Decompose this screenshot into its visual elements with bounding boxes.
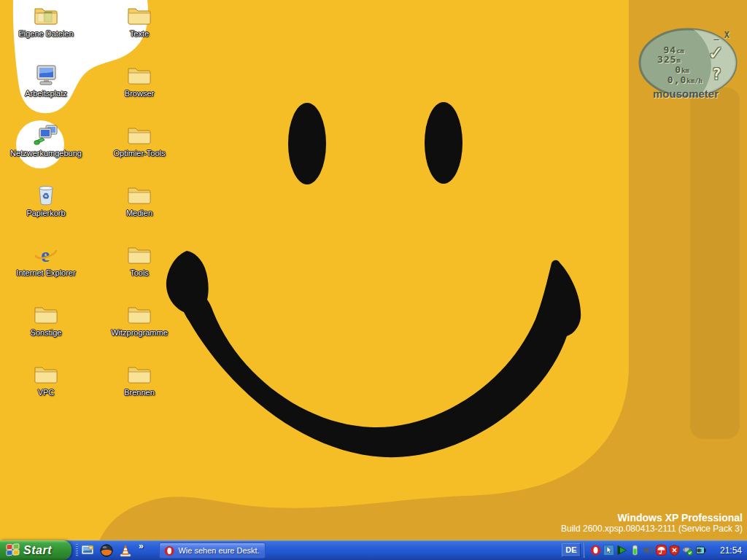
desktop-icon-label: Eigene Dateien xyxy=(5,29,87,38)
mousometer-window-controls: _ X xyxy=(714,31,729,39)
smiley-left-eye xyxy=(288,103,326,184)
svg-text:e: e xyxy=(41,244,50,265)
desktop-icon-label: Texte xyxy=(98,29,180,38)
show-desktop-icon[interactable] xyxy=(80,542,96,559)
desktop-icon-label: Arbeitsplatz xyxy=(5,89,87,98)
folder-icon xyxy=(34,363,58,386)
smiley-right-eye xyxy=(425,102,462,184)
windows-edition: Windows XP Professional xyxy=(561,512,743,524)
round-browser-ball-icon[interactable] xyxy=(98,542,115,559)
my-documents-icon xyxy=(34,4,58,28)
windows-build: Build 2600.xpsp.080413-2111 (Service Pac… xyxy=(561,524,743,534)
vlc-icon[interactable] xyxy=(117,542,133,559)
wallpaper-sheet xyxy=(0,0,629,560)
opera-icon xyxy=(164,545,174,556)
green-level-meter-icon[interactable] xyxy=(629,544,641,556)
start-button-label: Start xyxy=(23,544,52,557)
desktop-icon-sonstige[interactable]: Sonstige xyxy=(5,303,87,356)
recycle-bin-icon: ♻ xyxy=(34,184,58,207)
desktop-icon-eigene-dateien[interactable]: Eigene Dateien xyxy=(5,4,87,57)
folder-icon xyxy=(34,303,58,327)
volume-icon[interactable] xyxy=(642,544,654,556)
desktop-icon-medien[interactable]: Medien xyxy=(98,184,180,236)
desktop-icon-internet-explorer[interactable]: e Internet Explorer xyxy=(5,244,87,296)
mousometer-widget: _ X 94cm 325m 0km 0,0km/h ✓ ? mousometer xyxy=(636,26,740,101)
desktop-icon-optimier-tools[interactable]: Optimier-Tools xyxy=(98,124,180,176)
quick-launch-bar xyxy=(80,540,136,560)
my-computer-icon xyxy=(34,64,58,88)
language-indicator[interactable]: DE xyxy=(562,543,581,557)
svg-text:♻: ♻ xyxy=(42,192,50,201)
taskbar-window-button-label: Wie sehen eure Deskt... xyxy=(178,546,260,555)
folder-icon xyxy=(127,363,152,386)
folder-icon xyxy=(127,184,152,207)
windows-flag-icon xyxy=(6,543,20,557)
desktop-icon-label: Tools xyxy=(98,268,180,277)
tray-divider xyxy=(584,542,585,558)
desktop: Eigene Dateien Arbeitsplatz Net xyxy=(0,0,747,560)
usb-safely-remove-icon[interactable] xyxy=(681,544,694,556)
desktop-icon-label: Internet Explorer xyxy=(5,268,87,277)
desktop-icon-label: Papierkorb xyxy=(5,209,87,217)
desktop-icon-label: Optimier-Tools xyxy=(98,149,180,158)
folder-icon xyxy=(127,124,152,147)
desktop-icon-label: Brennen xyxy=(98,388,180,397)
quick-launch-overflow-chevron[interactable]: » xyxy=(139,541,144,551)
taskbar-window-button-opera[interactable]: Wie sehen eure Deskt... xyxy=(159,542,266,559)
battery-power-icon[interactable] xyxy=(694,544,707,556)
folder-icon xyxy=(127,64,152,88)
taskbar: Start xyxy=(0,540,747,560)
security-alert-shield-icon[interactable] xyxy=(668,544,681,556)
desktop-icon-vpc[interactable]: VPC xyxy=(5,363,87,416)
opera-tray-icon[interactable] xyxy=(589,544,602,556)
desktop-icon-browser[interactable]: Browser xyxy=(98,64,180,117)
desktop-icon-arbeitsplatz[interactable]: Arbeitsplatz xyxy=(5,64,87,117)
windows-version-stamp: Windows XP Professional Build 2600.xpsp.… xyxy=(561,512,743,534)
folder-icon xyxy=(127,303,152,327)
desktop-icon-papierkorb[interactable]: ♻ Papierkorb xyxy=(5,184,87,236)
help-button[interactable]: ? xyxy=(712,66,721,83)
desktop-icon-label: Witzprogramme xyxy=(98,328,180,337)
quick-launch-drag-handle[interactable] xyxy=(76,544,78,556)
network-places-icon xyxy=(34,124,58,147)
taskbar-clock[interactable]: 21:54 xyxy=(720,545,742,556)
minimize-button[interactable]: _ xyxy=(714,31,719,39)
avira-umbrella-icon[interactable] xyxy=(655,544,667,556)
desktop-icon-label: VPC xyxy=(5,388,87,397)
green-play-tray-icon[interactable] xyxy=(616,544,628,556)
mousometer-title: mousometer xyxy=(636,88,735,100)
close-button[interactable]: X xyxy=(724,31,729,39)
folder-icon xyxy=(127,244,152,267)
mouse-cursor-tray-icon[interactable] xyxy=(603,544,615,556)
reading-speed: 0,0km/h xyxy=(667,72,703,86)
desktop-icon-tools[interactable]: Tools xyxy=(98,244,180,296)
desktop-icon-label: Netzwerkumgebung xyxy=(5,149,87,158)
desktop-icon-label: Medien xyxy=(98,209,180,217)
desktop-icon-label: Browser xyxy=(98,89,180,98)
tray-icon-strip xyxy=(589,544,707,556)
desktop-icon-texte[interactable]: Texte xyxy=(98,4,180,57)
start-button[interactable]: Start xyxy=(0,540,71,560)
widget-tint-band xyxy=(690,88,740,439)
desktop-icon-netzwerkumgebung[interactable]: Netzwerkumgebung xyxy=(5,124,87,176)
desktop-icon-witzprogramme[interactable]: Witzprogramme xyxy=(98,303,180,356)
check-button[interactable]: ✓ xyxy=(709,39,722,65)
desktop-icon-label: Sonstige xyxy=(5,328,87,337)
desktop-icon-brennen[interactable]: Brennen xyxy=(98,363,180,416)
internet-explorer-icon: e xyxy=(34,244,58,267)
folder-icon xyxy=(127,4,152,28)
